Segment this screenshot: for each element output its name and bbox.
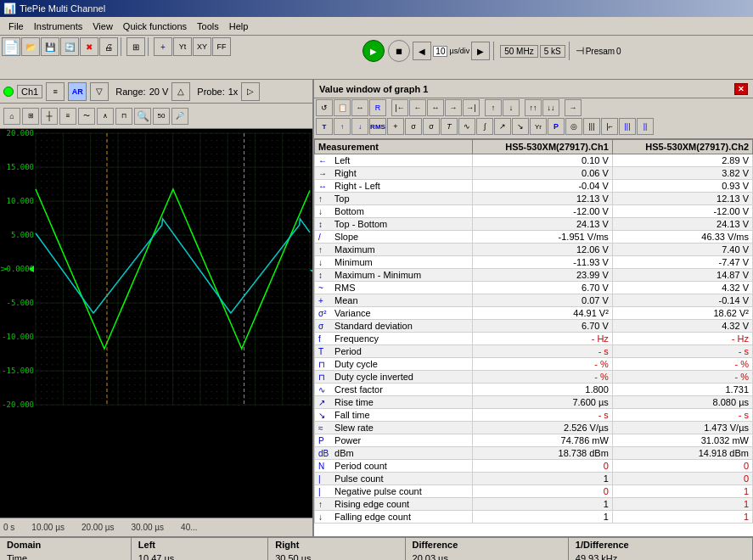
time-3: 30.00 µs bbox=[132, 523, 165, 532]
scope-cursor[interactable]: ┼ bbox=[41, 108, 58, 125]
vt-btn-7[interactable]: ↔ bbox=[427, 99, 444, 116]
scope-labels[interactable]: ≡ bbox=[59, 108, 76, 125]
refresh-btn[interactable]: 🔄 bbox=[60, 37, 79, 56]
vt-bars4[interactable]: || bbox=[637, 118, 654, 135]
measure-label: ↕ Top - Bottom bbox=[315, 218, 473, 231]
add-ch-btn[interactable]: + bbox=[154, 37, 172, 56]
vt-T-btn[interactable]: T bbox=[441, 118, 458, 135]
vt-btn-13[interactable]: ↓↓ bbox=[542, 99, 559, 116]
vt-plus-btn[interactable]: + bbox=[387, 118, 404, 135]
save-btn[interactable]: 💾 bbox=[41, 37, 59, 56]
vt-btn-6[interactable]: ← bbox=[409, 99, 426, 116]
ch2-value: - s bbox=[612, 409, 752, 422]
scope-zoom-in[interactable]: 🔍 bbox=[134, 108, 151, 125]
xy-btn[interactable]: XY bbox=[193, 37, 211, 56]
measure-label: | Negative pulse count bbox=[315, 485, 473, 498]
table-row: σ² Variance 44.91 V² 18.62 V² bbox=[315, 307, 753, 320]
scope-grid-lines[interactable]: ⊞ bbox=[22, 108, 39, 125]
table-row: N Period count 0 0 bbox=[315, 460, 753, 473]
menu-view[interactable]: View bbox=[87, 20, 118, 33]
new-btn[interactable]: 📄 bbox=[2, 37, 20, 56]
scope-canvas[interactable] bbox=[0, 129, 312, 417]
vt-sigma[interactable]: σ bbox=[423, 118, 440, 135]
vt-arrow-up[interactable]: ↗ bbox=[494, 118, 511, 135]
table-row: ≈ Slew rate 2.526 V/µs 1.473 V/µs bbox=[315, 422, 753, 434]
vt-integral[interactable]: ∫ bbox=[476, 118, 493, 135]
scope-wave2[interactable]: ∧ bbox=[97, 108, 114, 125]
ch1-value: 1.800 bbox=[472, 384, 612, 396]
stop-btn[interactable]: ✖ bbox=[80, 37, 98, 56]
presamp-icon: ⊣ bbox=[576, 45, 584, 57]
value-window-close[interactable]: ✕ bbox=[734, 83, 748, 95]
prev-btn[interactable]: ◀ bbox=[413, 42, 431, 60]
menu-instruments[interactable]: Instruments bbox=[29, 20, 87, 33]
vt-btn-5[interactable]: |← bbox=[391, 99, 408, 116]
vt-btn-11[interactable]: ↓ bbox=[503, 99, 520, 116]
ch1-value: 12.13 V bbox=[472, 193, 612, 205]
vt-rms-btn[interactable]: T bbox=[316, 118, 333, 135]
scope-wave3[interactable]: ⊓ bbox=[115, 108, 132, 125]
vt-btn-r2[interactable]: ↑ bbox=[334, 118, 351, 135]
ch1-probe-btn[interactable]: ▷ bbox=[241, 82, 260, 101]
vt-arrow-down[interactable]: ↘ bbox=[512, 118, 529, 135]
ch1-value: 1 bbox=[472, 473, 612, 485]
vt-sigma-sq[interactable]: σ bbox=[405, 118, 422, 135]
measure-label: | Pulse count bbox=[315, 473, 473, 485]
vt-bars2[interactable]: |⌐ bbox=[601, 118, 618, 135]
vt-wave2[interactable]: ◎ bbox=[565, 118, 582, 135]
ch1-mode[interactable]: ≡ bbox=[46, 82, 65, 101]
ch1-value: -11.93 V bbox=[472, 256, 612, 269]
ch1-coupling[interactable]: △ bbox=[171, 82, 190, 101]
run-button[interactable]: ▶ bbox=[362, 40, 385, 62]
scope-zoom-out[interactable]: 🔎 bbox=[171, 108, 188, 125]
ch1-ar[interactable]: AR bbox=[68, 82, 87, 101]
vt-btn-12[interactable]: ↑↑ bbox=[525, 99, 542, 116]
yt-btn[interactable]: Yt bbox=[173, 37, 192, 56]
table-row: ⊓ Duty cycle inverted - % - % bbox=[315, 371, 753, 384]
measure-label: P Power bbox=[315, 434, 473, 447]
ch1-invert[interactable]: ▽ bbox=[90, 82, 109, 101]
menu-help[interactable]: Help bbox=[224, 20, 254, 33]
value-table-container: Measurement HS5-530XM(27917).Ch1 HS5-530… bbox=[314, 139, 753, 536]
stop-button[interactable]: ⏹ bbox=[388, 40, 410, 62]
open-btn[interactable]: 📂 bbox=[21, 37, 40, 56]
app-icon: 📊 bbox=[3, 3, 16, 14]
vt-btn-2[interactable]: 📋 bbox=[334, 99, 351, 116]
vt-p-btn[interactable]: P bbox=[548, 118, 565, 135]
ch1-label[interactable]: Ch1 bbox=[17, 85, 42, 98]
menu-tools[interactable]: Tools bbox=[192, 20, 224, 33]
vt-btn-14[interactable]: → bbox=[565, 99, 582, 116]
table-row: | Pulse count 1 0 bbox=[315, 473, 753, 485]
vt-btn-1[interactable]: ↺ bbox=[316, 99, 333, 116]
table-row: ↓ Minimum -11.93 V -7.47 V bbox=[315, 256, 753, 269]
time-div-unit: µs/div bbox=[449, 47, 469, 55]
vt-btn-9[interactable]: →| bbox=[463, 99, 480, 116]
ch2-value: 24.13 V bbox=[612, 218, 752, 231]
measure-label: / Slope bbox=[315, 231, 473, 244]
scope-zoom-50[interactable]: 50 bbox=[153, 108, 170, 125]
grid-btn[interactable]: ⊞ bbox=[126, 37, 145, 56]
left-cell: 10.47 µs bbox=[131, 552, 267, 560]
next-btn[interactable]: ▶ bbox=[471, 42, 490, 60]
scope-wave1[interactable]: 〜 bbox=[78, 108, 95, 125]
vt-bars[interactable]: ||| bbox=[583, 118, 600, 135]
ff-btn[interactable]: FF bbox=[212, 37, 231, 56]
menu-file[interactable]: File bbox=[3, 20, 29, 33]
vt-btn-4[interactable]: R bbox=[369, 99, 386, 116]
vt-btn-10[interactable]: ↑ bbox=[485, 99, 502, 116]
vt-bars3[interactable]: ||| bbox=[619, 118, 636, 135]
print-btn[interactable]: 🖨 bbox=[99, 37, 118, 56]
menu-quick-functions[interactable]: Quick functions bbox=[118, 20, 192, 33]
vt-yr-btn[interactable]: Yr bbox=[530, 118, 547, 135]
ch2-value: 1 bbox=[612, 498, 752, 511]
ch1-value: 1 bbox=[472, 511, 612, 524]
vt-btn-3[interactable]: ↔ bbox=[351, 99, 368, 116]
vt-wave-btn[interactable]: ∿ bbox=[458, 118, 475, 135]
time-div-control[interactable]: 10 bbox=[433, 46, 447, 57]
vt-btn-r3[interactable]: ↓ bbox=[351, 118, 368, 135]
table-row: dB dBm 18.738 dBm 14.918 dBm bbox=[315, 447, 753, 460]
measure-label: ⊓ Duty cycle bbox=[315, 358, 473, 371]
scope-home[interactable]: ⌂ bbox=[3, 108, 20, 125]
vt-btn-8[interactable]: → bbox=[445, 99, 462, 116]
vt-rms-label[interactable]: RMS bbox=[369, 118, 386, 135]
